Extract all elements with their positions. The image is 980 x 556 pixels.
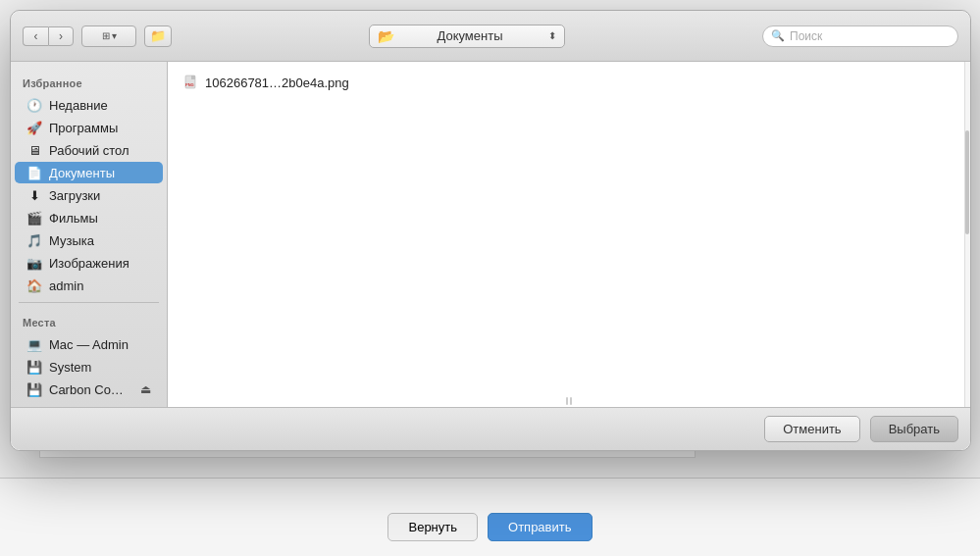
sidebar-item-recent[interactable]: 🕐 Недавние xyxy=(15,94,163,116)
sidebar-item-desktop-label: Рабочий стол xyxy=(49,143,129,158)
svg-text:PNG: PNG xyxy=(185,82,194,87)
sidebar-item-pictures-label: Изображения xyxy=(49,256,129,271)
forward-nav-button[interactable]: › xyxy=(48,26,74,46)
svg-rect-1 xyxy=(191,76,195,79)
new-folder-button[interactable]: 📁 xyxy=(144,25,172,47)
sidebar-item-carbon[interactable]: 💾 Carbon Co… ⏏ xyxy=(15,379,163,400)
sidebar-item-movies-label: Фильмы xyxy=(49,211,98,226)
admin-icon: 🏠 xyxy=(26,278,42,293)
sidebar-item-mac-label: Mac — Admin xyxy=(49,337,129,352)
system-icon: 💾 xyxy=(26,359,42,375)
sidebar-item-system-label: System xyxy=(49,360,91,375)
sidebar-item-desktop[interactable]: 🖥 Рабочий стол xyxy=(15,139,163,161)
submit-button[interactable]: Отправить xyxy=(488,513,592,541)
back-button[interactable]: Вернуть xyxy=(387,513,478,541)
finder-main[interactable]: PNG 106266781…2b0e4a.png xyxy=(168,62,970,407)
sidebar-item-documents[interactable]: 📄 Документы xyxy=(15,162,163,183)
downloads-icon: ⬇ xyxy=(26,187,42,203)
folder-icon: 📁 xyxy=(150,28,166,43)
finder-choose-button[interactable]: Выбрать xyxy=(870,416,958,442)
file-item[interactable]: PNG 106266781…2b0e4a.png xyxy=(178,72,960,93)
location-folder-icon: 📂 xyxy=(378,28,394,44)
recent-icon: 🕐 xyxy=(26,97,42,113)
finder-body: Избранное 🕐 Недавние 🚀 Программы 🖥 Рабоч… xyxy=(11,62,970,407)
sidebar-item-mac-admin[interactable]: 💻 Mac — Admin xyxy=(15,333,163,355)
bottom-bar: Вернуть Отправить xyxy=(0,478,980,556)
sidebar-item-music[interactable]: 🎵 Музыка xyxy=(15,229,163,251)
sidebar-item-carbon-label: Carbon Co… xyxy=(49,382,124,397)
places-section-label: Места xyxy=(11,309,167,332)
resize-grip xyxy=(564,395,574,407)
finder-bottom-bar: Отменить Выбрать xyxy=(11,407,970,450)
sidebar-item-apps-label: Программы xyxy=(49,121,118,135)
desktop-icon: 🖥 xyxy=(26,142,42,158)
sidebar-item-downloads[interactable]: ⬇ Загрузки xyxy=(15,184,163,206)
sidebar-item-recent-label: Недавние xyxy=(49,98,108,113)
documents-icon: 📄 xyxy=(26,165,42,180)
view-toggle-button[interactable]: ⊞ ▾ xyxy=(81,25,136,47)
sidebar-item-admin-label: admin xyxy=(49,278,83,293)
scrollbar-area xyxy=(964,62,970,407)
finder-dialog: ‹ › ⊞ ▾ 📁 📂 Документы ⬍ 🔍 Поиск Избранно… xyxy=(10,10,971,451)
sidebar-item-apps[interactable]: 🚀 Программы xyxy=(15,117,163,138)
sidebar-item-movies[interactable]: 🎬 Фильмы xyxy=(15,207,163,228)
location-chevron-icon: ⬍ xyxy=(548,30,556,41)
sidebar-item-pictures[interactable]: 📷 Изображения xyxy=(15,252,163,274)
png-file-icon: PNG xyxy=(183,75,199,90)
location-dropdown[interactable]: 📂 Документы ⬍ xyxy=(369,25,565,48)
pictures-icon: 📷 xyxy=(26,255,42,271)
sidebar-item-system[interactable]: 💾 System xyxy=(15,356,163,378)
movies-icon: 🎬 xyxy=(26,210,42,226)
apps-icon: 🚀 xyxy=(26,120,42,135)
nav-button-group: ‹ › xyxy=(23,26,74,46)
finder-sidebar: Избранное 🕐 Недавние 🚀 Программы 🖥 Рабоч… xyxy=(11,62,168,407)
view-grid-icon: ⊞ xyxy=(102,30,110,41)
sidebar-item-documents-label: Документы xyxy=(49,166,115,180)
finder-cancel-button[interactable]: Отменить xyxy=(764,416,859,442)
sidebar-item-admin[interactable]: 🏠 admin xyxy=(15,275,163,296)
favorites-section-label: Избранное xyxy=(11,70,167,93)
back-nav-button[interactable]: ‹ xyxy=(23,26,48,46)
search-box[interactable]: 🔍 Поиск xyxy=(762,25,958,47)
search-placeholder: Поиск xyxy=(790,29,822,43)
sidebar-item-music-label: Музыка xyxy=(49,233,94,248)
finder-toolbar: ‹ › ⊞ ▾ 📁 📂 Документы ⬍ 🔍 Поиск xyxy=(11,11,970,62)
search-icon: 🔍 xyxy=(771,29,785,42)
form-buttons: Вернуть Отправить xyxy=(0,513,980,541)
music-icon: 🎵 xyxy=(26,232,42,248)
eject-icon[interactable]: ⏏ xyxy=(140,382,151,396)
view-dropdown-icon: ▾ xyxy=(112,30,117,41)
sidebar-divider xyxy=(19,302,159,303)
sidebar-item-downloads-label: Загрузки xyxy=(49,188,100,203)
location-label: Документы xyxy=(437,28,502,43)
file-name: 106266781…2b0e4a.png xyxy=(205,76,349,90)
carbon-disk-icon: 💾 xyxy=(26,381,42,397)
scrollbar-thumb xyxy=(965,130,969,234)
mac-icon: 💻 xyxy=(26,336,42,352)
